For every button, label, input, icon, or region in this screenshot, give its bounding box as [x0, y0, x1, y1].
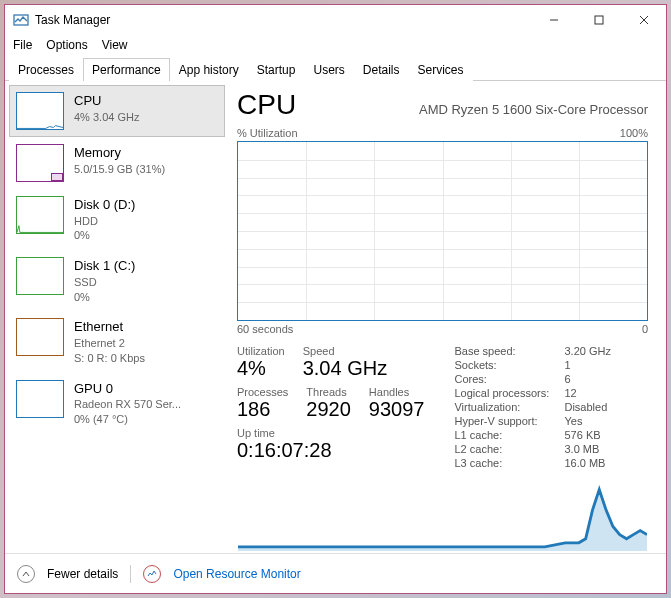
main-panel: CPU AMD Ryzen 5 1600 Six-Core Processor … [225, 81, 666, 553]
memory-thumb-icon [16, 144, 64, 182]
chart-ylabel: % Utilization [237, 127, 298, 139]
window-controls [531, 5, 666, 35]
sidebar-item-ethernet[interactable]: Ethernet Ethernet 2 S: 0 R: 0 Kbps [9, 311, 225, 372]
tab-app-history[interactable]: App history [170, 58, 248, 81]
sidebar-memory-title: Memory [74, 144, 165, 162]
sidebar-eth-sub2: S: 0 R: 0 Kbps [74, 351, 145, 366]
open-resource-monitor-link[interactable]: Open Resource Monitor [173, 567, 300, 581]
footer-separator [130, 565, 131, 583]
content-body: CPU 4% 3.04 GHz Memory 5.0/15.9 GB (31%) [5, 81, 666, 553]
app-icon [13, 12, 29, 28]
sidebar-disk0-title: Disk 0 (D:) [74, 196, 135, 214]
utilization-chart[interactable] [237, 141, 648, 321]
sidebar-disk1-sub1: SSD [74, 275, 135, 290]
ethernet-thumb-icon [16, 318, 64, 356]
tab-startup[interactable]: Startup [248, 58, 305, 81]
footer: Fewer details Open Resource Monitor [5, 553, 666, 593]
sidebar-gpu-sub2: 0% (47 °C) [74, 412, 181, 427]
titlebar: Task Manager [5, 5, 666, 35]
sidebar-item-cpu[interactable]: CPU 4% 3.04 GHz [9, 85, 225, 137]
close-button[interactable] [621, 5, 666, 35]
sidebar-eth-title: Ethernet [74, 318, 145, 336]
sidebar-cpu-title: CPU [74, 92, 139, 110]
tab-users[interactable]: Users [304, 58, 353, 81]
sidebar-disk1-title: Disk 1 (C:) [74, 257, 135, 275]
menu-options[interactable]: Options [46, 38, 87, 52]
menu-file[interactable]: File [13, 38, 32, 52]
chart-ymax: 100% [620, 127, 648, 139]
gpu-thumb-icon [16, 380, 64, 418]
disk1-thumb-icon [16, 257, 64, 295]
sidebar-memory-sub: 5.0/15.9 GB (31%) [74, 162, 165, 177]
task-manager-window: Task Manager File Options View Processes… [4, 4, 667, 594]
minimize-button[interactable] [531, 5, 576, 35]
chart-top-labels: % Utilization 100% [237, 127, 648, 139]
sidebar-item-disk1[interactable]: Disk 1 (C:) SSD 0% [9, 250, 225, 311]
sidebar-disk0-sub2: 0% [74, 228, 135, 243]
sidebar-item-disk0[interactable]: Disk 0 (D:) HDD 0% [9, 189, 225, 250]
sidebar-gpu-title: GPU 0 [74, 380, 181, 398]
sidebar-cpu-sub: 4% 3.04 GHz [74, 110, 139, 125]
maximize-button[interactable] [576, 5, 621, 35]
sidebar-eth-sub1: Ethernet 2 [74, 336, 145, 351]
sidebar-disk1-sub2: 0% [74, 290, 135, 305]
svg-rect-2 [595, 16, 603, 24]
resource-monitor-icon[interactable] [143, 565, 161, 583]
disk0-thumb-icon [16, 196, 64, 234]
sidebar-disk0-sub1: HDD [74, 214, 135, 229]
cpu-thumb-icon [16, 92, 64, 130]
chart-line [238, 142, 647, 551]
tab-processes[interactable]: Processes [9, 58, 83, 81]
tabbar: Processes Performance App history Startu… [5, 57, 666, 81]
sidebar-gpu-sub1: Radeon RX 570 Ser... [74, 397, 181, 412]
sidebar-item-memory[interactable]: Memory 5.0/15.9 GB (31%) [9, 137, 225, 189]
page-title: CPU [237, 89, 296, 121]
tab-performance[interactable]: Performance [83, 58, 170, 81]
fewer-details-link[interactable]: Fewer details [47, 567, 118, 581]
menubar: File Options View [5, 35, 666, 55]
main-header: CPU AMD Ryzen 5 1600 Six-Core Processor [237, 89, 648, 121]
sidebar: CPU 4% 3.04 GHz Memory 5.0/15.9 GB (31%) [5, 81, 225, 553]
tab-details[interactable]: Details [354, 58, 409, 81]
cpu-name: AMD Ryzen 5 1600 Six-Core Processor [419, 102, 648, 117]
tab-services[interactable]: Services [409, 58, 473, 81]
menu-view[interactable]: View [102, 38, 128, 52]
sidebar-item-gpu[interactable]: GPU 0 Radeon RX 570 Ser... 0% (47 °C) [9, 373, 225, 434]
chevron-up-icon[interactable] [17, 565, 35, 583]
window-title: Task Manager [35, 13, 531, 27]
